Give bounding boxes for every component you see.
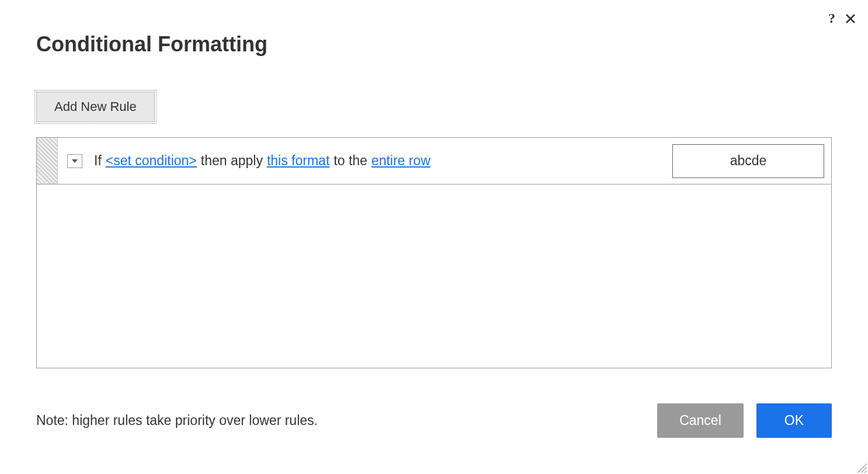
ok-button[interactable]: OK [756, 403, 832, 438]
rule-row: If <set condition> then apply this forma… [37, 138, 831, 184]
close-icon[interactable] [845, 13, 856, 25]
svg-line-5 [864, 470, 867, 473]
rules-container: If <set condition> then apply this forma… [36, 137, 832, 368]
svg-marker-2 [72, 159, 78, 163]
rule-apply-label: then apply [201, 153, 263, 169]
rule-if-label: If [94, 153, 102, 169]
cancel-button[interactable]: Cancel [657, 403, 744, 438]
dialog-title: Conditional Formatting [36, 32, 832, 57]
resize-handle-icon[interactable] [855, 461, 867, 473]
rule-text: If <set condition> then apply this forma… [94, 153, 672, 169]
format-preview[interactable]: abcde [672, 144, 824, 178]
note-text: Note: higher rules take priority over lo… [36, 413, 318, 428]
rule-drag-handle[interactable] [37, 138, 58, 184]
help-icon[interactable]: ? [828, 11, 835, 26]
rule-scope-link[interactable]: entire row [371, 153, 430, 169]
rule-format-link[interactable]: this format [267, 153, 329, 169]
rule-to-label: to the [334, 153, 367, 169]
rule-dropdown[interactable] [67, 154, 82, 168]
add-rule-button[interactable]: Add New Rule [36, 92, 155, 122]
rule-condition-link[interactable]: <set condition> [106, 153, 197, 169]
